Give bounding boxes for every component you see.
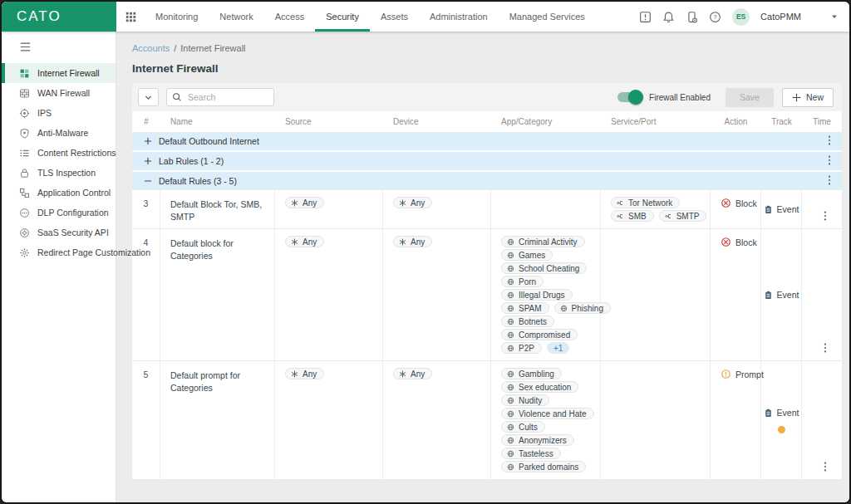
- firewall-rule-row[interactable]: 5 Default prompt for Categories Any Any …: [132, 361, 842, 479]
- chip-label: Tor Network: [628, 198, 672, 208]
- sex-education-chip[interactable]: Sex education: [501, 381, 578, 393]
- nav-item-administration[interactable]: Administration: [419, 2, 499, 32]
- app-window: CATO MonitoringNetworkAccessSecurityAsse…: [0, 0, 851, 504]
- smb-chip[interactable]: SMB: [611, 210, 654, 222]
- sidebar-item-internet-firewall[interactable]: Internet Firewall: [2, 63, 116, 83]
- smtp-chip[interactable]: SMTP: [659, 210, 707, 222]
- group-menu-button[interactable]: [824, 135, 835, 148]
- gambling-chip[interactable]: Gambling: [501, 368, 562, 379]
- category-icon: [507, 437, 514, 444]
- chip-line: Compromised: [501, 329, 593, 340]
- firewall-enabled-toggle[interactable]: [617, 92, 641, 102]
- rule-track-cell: Event: [761, 361, 802, 479]
- notifications-icon[interactable]: [662, 11, 675, 23]
- more-chip[interactable]: +1: [547, 342, 569, 354]
- expand-collapse-button[interactable]: [138, 88, 159, 106]
- search-input[interactable]: [166, 88, 274, 106]
- any-chip[interactable]: Any: [393, 197, 432, 208]
- sidebar-item-tls-inspection[interactable]: TLS Inspection: [2, 163, 116, 183]
- expand-icon[interactable]: [144, 157, 152, 165]
- toolbar: Firewall Enabled Save New: [132, 83, 842, 111]
- device-status-icon[interactable]: [686, 11, 698, 23]
- any-chip[interactable]: Any: [285, 236, 324, 247]
- tor-network-chip[interactable]: Tor Network: [611, 197, 680, 208]
- row-menu-button[interactable]: [819, 210, 831, 223]
- rule-group-default-outbound-internet[interactable]: Default Outbound Internet: [132, 132, 842, 150]
- category-icon: [507, 238, 514, 246]
- chip-line: School Cheating: [501, 262, 593, 274]
- collapse-icon[interactable]: [144, 177, 152, 185]
- cults-chip[interactable]: Cults: [501, 421, 545, 433]
- avatar[interactable]: ES: [732, 8, 750, 26]
- sidebar-item-wan-firewall[interactable]: WAN Firewall: [2, 83, 116, 103]
- rule-group-default-rules-3-5[interactable]: Default Rules (3 - 5): [132, 172, 842, 190]
- toggle-knob: [628, 90, 643, 105]
- track-label: Event: [777, 290, 799, 300]
- games-chip[interactable]: Games: [501, 249, 553, 261]
- track-label: Event: [777, 408, 799, 418]
- nav-item-access[interactable]: Access: [264, 2, 315, 32]
- nudity-chip[interactable]: Nudity: [501, 394, 549, 406]
- anonymizers-chip[interactable]: Anonymizers: [501, 434, 574, 446]
- compromised-chip[interactable]: Compromised: [501, 329, 578, 340]
- firewall-rule-row[interactable]: 3 Default Block Tor, SMB, SMTP Any Any T…: [132, 190, 842, 229]
- any-chip[interactable]: Any: [285, 197, 324, 208]
- sidebar-item-anti-malware[interactable]: Anti-Malware: [2, 123, 116, 143]
- illegal-drugs-chip[interactable]: Illegal Drugs: [501, 289, 573, 301]
- nav-item-network[interactable]: Network: [209, 2, 263, 32]
- sidebar-item-application-control[interactable]: Application Control: [2, 183, 116, 203]
- any-chip[interactable]: Any: [393, 236, 432, 247]
- category-icon: [507, 410, 514, 418]
- help-icon[interactable]: ?: [709, 11, 721, 23]
- spam-chip[interactable]: SPAM: [501, 302, 549, 314]
- rule-number: 3: [132, 190, 160, 228]
- criminal-activity-chip[interactable]: Criminal Activity: [501, 236, 585, 247]
- rule-action-cell: Block: [711, 190, 761, 228]
- chip-line: Criminal Activity: [501, 236, 593, 247]
- save-button[interactable]: Save: [726, 88, 774, 107]
- firewall-rule-row[interactable]: 4 Default block for Categories Any Any C…: [132, 229, 842, 361]
- rule-name: Default block for Categories: [160, 229, 275, 360]
- account-caret-icon[interactable]: [830, 12, 839, 21]
- new-button[interactable]: New: [782, 88, 834, 107]
- rule-app-category-cell: GamblingSex educationNudityViolence and …: [491, 361, 601, 479]
- porn-chip[interactable]: Porn: [501, 276, 544, 287]
- school-cheating-chip[interactable]: School Cheating: [501, 262, 587, 274]
- rule-group-lab-rules-1-2[interactable]: Lab Rules (1 - 2): [132, 152, 842, 170]
- row-menu-button[interactable]: [819, 342, 831, 355]
- svg-text:?: ?: [713, 13, 717, 21]
- chip-label: Parked domains: [519, 462, 578, 472]
- any-chip[interactable]: Any: [285, 368, 324, 379]
- category-icon: [507, 397, 514, 404]
- parked-domains-chip[interactable]: Parked domains: [501, 461, 586, 472]
- group-menu-button[interactable]: [824, 174, 835, 188]
- nav-item-monitoring[interactable]: Monitoring: [145, 2, 209, 32]
- breadcrumb-accounts-link[interactable]: Accounts: [132, 43, 170, 53]
- row-menu-button[interactable]: [819, 461, 831, 474]
- brand-logo[interactable]: CATO: [2, 2, 116, 32]
- sidebar-item-dlp-configuration[interactable]: DLP Configuration: [2, 203, 116, 223]
- nav-item-security[interactable]: Security: [315, 2, 370, 32]
- sidebar-item-saas-security-api[interactable]: SaaS Security API: [2, 223, 116, 242]
- group-menu-button[interactable]: [824, 154, 835, 168]
- apps-grid-icon[interactable]: [116, 2, 145, 32]
- menu-toggle-icon[interactable]: [19, 42, 32, 52]
- account-name[interactable]: CatoPMM: [760, 12, 801, 22]
- nav-item-managed-services[interactable]: Managed Services: [499, 2, 596, 32]
- violence-and-hate-chip[interactable]: Violence and Hate: [501, 408, 594, 419]
- rule-name: Default Block Tor, SMB, SMTP: [160, 190, 275, 228]
- tasteless-chip[interactable]: Tasteless: [501, 448, 561, 459]
- any-chip[interactable]: Any: [393, 368, 432, 379]
- any-icon: [399, 199, 406, 207]
- sidebar-item-ips[interactable]: IPS: [2, 103, 116, 123]
- expand-icon[interactable]: [144, 137, 152, 145]
- sidebar-item-label: Content Restrictions: [37, 148, 116, 158]
- chip-line: Porn: [501, 276, 593, 287]
- sidebar-item-redirect-page-customization[interactable]: Redirect Page Customization: [2, 242, 116, 262]
- sidebar-item-content-restrictions[interactable]: Content Restrictions: [2, 143, 116, 163]
- botnets-chip[interactable]: Botnets: [501, 316, 554, 327]
- any-icon: [399, 238, 406, 246]
- nav-item-assets[interactable]: Assets: [370, 2, 419, 32]
- p2p-chip[interactable]: P2P: [501, 342, 542, 354]
- announcement-icon[interactable]: [639, 11, 652, 23]
